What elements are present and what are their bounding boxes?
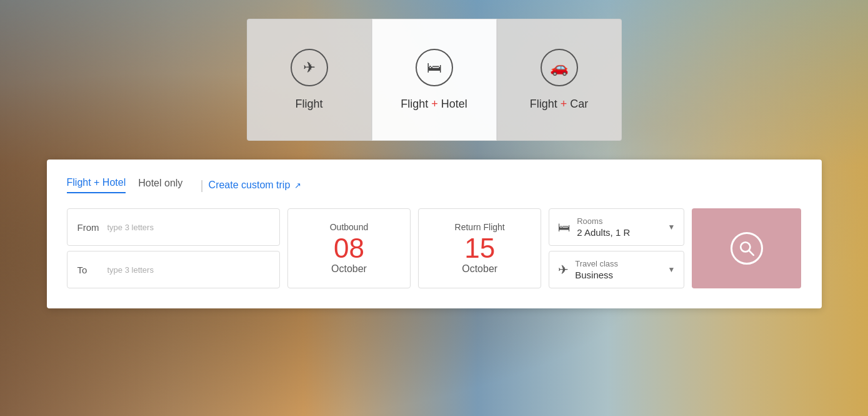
to-placeholder: type 3 letters — [107, 265, 154, 275]
outbound-date[interactable]: Outbound 08 October — [287, 208, 411, 288]
from-placeholder: type 3 letters — [107, 223, 154, 232]
search-button[interactable] — [692, 208, 801, 288]
rooms-option[interactable]: 🛏 Rooms 2 Adults, 1 R ▼ — [549, 208, 684, 246]
sub-tab-group: Flight + Hotel Hotel only | Create custo… — [67, 177, 802, 193]
tab-flight-label: Flight — [295, 98, 322, 111]
search-card: Flight + Hotel Hotel only | Create custo… — [47, 160, 822, 308]
plus-icon-2: + — [561, 98, 567, 110]
outbound-month: October — [331, 263, 367, 275]
outbound-label: Outbound — [330, 222, 369, 232]
from-label: From — [77, 222, 101, 233]
rooms-text: Rooms 2 Adults, 1 R — [577, 216, 661, 238]
from-field[interactable]: From type 3 letters — [67, 208, 280, 246]
custom-trip-link[interactable]: Create custom trip ↗ — [209, 180, 302, 191]
outbound-day: 08 — [334, 235, 364, 262]
travel-class-value: Business — [575, 270, 661, 280]
return-label: Return Flight — [455, 222, 505, 232]
rooms-title: Rooms — [577, 216, 661, 226]
tab-flight-hotel-sub[interactable]: Flight + Hotel — [67, 177, 126, 193]
tab-flight-car[interactable]: 🚗 Flight + Car — [497, 19, 622, 141]
options-col: 🛏 Rooms 2 Adults, 1 R ▼ ✈ Travel class B… — [549, 208, 684, 288]
origin-destination-col: From type 3 letters To type 3 letters — [67, 208, 280, 288]
svg-line-1 — [749, 251, 754, 255]
tab-hotel-only[interactable]: Hotel only — [138, 178, 182, 193]
rooms-value: 2 Adults, 1 R — [577, 227, 661, 238]
tab-divider: | — [200, 178, 203, 193]
travel-class-text: Travel class Business — [575, 259, 661, 280]
search-fields-row: From type 3 letters To type 3 letters Ou… — [67, 208, 802, 288]
hotel-icon: 🛏 — [416, 49, 453, 86]
to-label: To — [77, 265, 101, 275]
external-link-icon: ↗ — [294, 181, 301, 190]
return-month: October — [462, 263, 497, 275]
tab-flight-hotel[interactable]: 🛏 Flight + Hotel — [372, 19, 497, 141]
bed-icon: 🛏 — [558, 220, 571, 235]
travel-class-option[interactable]: ✈ Travel class Business ▼ — [549, 251, 684, 288]
tab-flight-hotel-label: Flight + Hotel — [401, 98, 467, 111]
return-date[interactable]: Return Flight 15 October — [418, 208, 541, 288]
return-day: 15 — [464, 235, 495, 262]
plane-small-icon: ✈ — [558, 262, 569, 277]
car-icon: 🚗 — [541, 49, 578, 86]
flight-icon: ✈ — [291, 49, 328, 86]
to-field[interactable]: To type 3 letters — [67, 251, 280, 288]
rooms-dropdown-arrow: ▼ — [668, 223, 676, 231]
travel-class-dropdown-arrow: ▼ — [668, 265, 676, 274]
plus-icon: + — [431, 98, 438, 110]
top-tab-group: ✈ Flight 🛏 Flight + Hotel 🚗 Flight + Car — [247, 19, 622, 141]
travel-class-title: Travel class — [575, 259, 661, 268]
tab-flight[interactable]: ✈ Flight — [247, 19, 372, 141]
search-icon — [731, 232, 763, 265]
tab-flight-car-label: Flight + Car — [530, 98, 589, 111]
custom-trip-label: Create custom trip — [209, 180, 291, 191]
